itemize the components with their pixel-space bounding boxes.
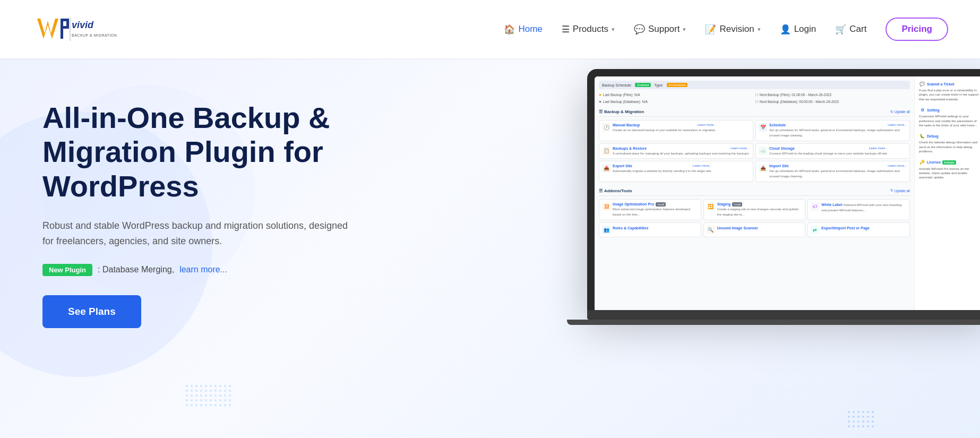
support-chevron-icon: ▾: [683, 26, 686, 33]
export-site-link[interactable]: Learn more...: [693, 164, 712, 168]
roles-icon: 👥: [602, 226, 611, 234]
sidebar-setting[interactable]: ⚙ Setting Customize WPvivid settings to …: [919, 107, 979, 127]
bug-icon: 🐛: [919, 133, 925, 139]
nav-revision[interactable]: 📝 Revision ▾: [705, 24, 760, 35]
backups-restore-card[interactable]: 📋 Backups & Restore Learn more... A cent…: [599, 143, 753, 159]
home-icon: 🏠: [504, 24, 515, 35]
files-dot-icon: ●: [599, 92, 601, 97]
list-icon: ☰: [599, 109, 603, 114]
addons-bottom-grid: 👥 Roles & Capabilities 🔍 Unused Image Sc…: [599, 222, 910, 237]
hero-section: All-in-One Backup & Migration Plugin for…: [0, 58, 980, 438]
laptop-base: [587, 310, 980, 320]
setting-title: ⚙ Setting: [919, 107, 979, 113]
logo[interactable]: vivid BACKUP & MIGRATION: [32, 13, 138, 45]
pricing-button[interactable]: Pricing: [886, 18, 948, 41]
backups-restore-link[interactable]: Learn more...: [730, 147, 750, 151]
nav-login[interactable]: 👤 Login: [780, 24, 816, 35]
license-desc: Activate WPvivid Pro license on the webs…: [919, 167, 979, 180]
sidebar-ticket[interactable]: 💬 Submit a Ticket If you find a php erro…: [919, 81, 979, 101]
products-icon: ☰: [562, 24, 570, 35]
export-import-card[interactable]: ⇄ Export/Import Post or Page: [807, 222, 910, 237]
nav-cart[interactable]: 🛒 Cart: [835, 24, 866, 35]
staging-content: Staging Install Create a staging site to…: [717, 202, 803, 217]
import-icon: 📥: [759, 164, 767, 173]
backups-restore-desc: A centralized place for managing all you…: [613, 152, 750, 155]
export-import-title: Export/Import Post or Page: [821, 226, 870, 230]
export-site-desc: Automatically migrate a website by direc…: [613, 169, 712, 173]
cloud-storage-content: Cloud Storage Learn more... Connect WPvi…: [769, 147, 888, 156]
main-nav: 🏠 Home ☰ Products ▾ 💬 Support ▾ 📝 Revisi…: [504, 18, 948, 41]
schedule-card[interactable]: 📅 Schedule Learn more... Set up schedule…: [755, 120, 910, 141]
unused-img-content: Unused Image Scanner: [717, 226, 758, 234]
hero-title: All-in-One Backup & Migration Plugin for…: [42, 101, 356, 203]
schedule-link[interactable]: Learn more...: [888, 123, 907, 127]
import-site-card[interactable]: 📥 Import Site Learn more... Set up sched…: [755, 161, 910, 182]
manual-backup-content: Manual Backup Learn more... Create an on…: [613, 123, 716, 138]
import-site-desc: Set up schedules for WPvivid tasks: gene…: [769, 169, 900, 178]
install-badge-2: Install: [732, 202, 742, 207]
dashboard: Backup Schedule: Enabled Type: Increment…: [595, 76, 980, 310]
sidebar-license[interactable]: 🔑 License Activate Activate WPvivid Pro …: [919, 159, 979, 180]
roles-card[interactable]: 👥 Roles & Capabilities: [599, 222, 701, 237]
export-icon: 📤: [602, 164, 611, 173]
debug-desc: Check the website debug information and …: [919, 140, 979, 153]
nav-home[interactable]: 🏠 Home: [504, 24, 542, 35]
key-icon: 🔑: [919, 159, 925, 166]
roles-title: Roles & Capabilities: [613, 226, 648, 230]
schedule-content: Schedule Learn more... Set up schedules …: [769, 123, 907, 138]
laptop-screen: Backup Schedule: Enabled Type: Increment…: [595, 76, 980, 310]
nav-products[interactable]: ☰ Products ▾: [562, 24, 615, 35]
addons-list-icon: ☰: [599, 188, 603, 193]
next-db-icon: □: [755, 99, 758, 104]
addons-grid: 🖼 Image Optimization Pro Install More ad…: [599, 199, 910, 220]
unused-image-card[interactable]: 🔍 Unused Image Scanner: [703, 222, 806, 237]
db-dot-icon: ●: [599, 99, 601, 104]
export-site-content: Export Site Learn more... Automatically …: [613, 164, 712, 179]
cloud-storage-link[interactable]: Learn more...: [869, 147, 888, 151]
products-chevron-icon: ▾: [612, 26, 615, 33]
export-import-icon: ⇄: [811, 226, 819, 234]
white-label-content: White Label Rebrand WPvivid with your ow…: [821, 202, 907, 217]
dashboard-main: Backup Schedule: Enabled Type: Increment…: [595, 76, 914, 310]
manual-backup-link[interactable]: Learn more...: [697, 123, 716, 127]
see-plans-button[interactable]: See Plans: [42, 295, 141, 328]
learn-more-link[interactable]: learn more...: [179, 265, 227, 274]
cloud-storage-desc: Connect WPvivid to the leading cloud sto…: [769, 152, 888, 155]
addons-refresh-icon: ↻: [890, 188, 893, 193]
staging-icon: 🔁: [707, 202, 715, 211]
schedule-title: Schedule: [769, 123, 786, 127]
backup-cards-grid: 🕐 Manual Backup Learn more... Create an …: [599, 120, 910, 182]
manual-backup-card[interactable]: 🕐 Manual Backup Learn more... Create an …: [599, 120, 753, 141]
ticket-desc: If you find a php error or a vulnerabili…: [919, 88, 979, 101]
svg-rect-4: [66, 19, 69, 29]
import-site-link[interactable]: Learn more...: [888, 164, 907, 168]
export-site-card[interactable]: 📤 Export Site Learn more... Automaticall…: [599, 161, 753, 182]
image-optimization-card[interactable]: 🖼 Image Optimization Pro Install More ad…: [599, 199, 701, 220]
svg-text:BACKUP & MIGRATION: BACKUP & MIGRATION: [72, 33, 117, 37]
backup-section-title: ☰ Backup & Migration: [599, 109, 644, 114]
backup-info-row: ● Last Backup (Files): N/A □ Next Backup…: [599, 92, 910, 104]
backup-update-link[interactable]: ↻ Update all: [890, 110, 910, 114]
addons-update-link[interactable]: ↻ Update all: [890, 188, 910, 193]
export-import-content: Export/Import Post or Page: [821, 226, 870, 234]
image-opt-content: Image Optimization Pro Install More adva…: [613, 202, 698, 217]
revision-icon: 📝: [705, 24, 716, 35]
laptop-mockup: Backup Schedule: Enabled Type: Increment…: [587, 69, 980, 325]
cloud-icon: ☁️: [759, 147, 767, 155]
next-backup-files: □ Next Backup (Files): 01:00:00 - March-…: [755, 92, 910, 97]
unused-img-title: Unused Image Scanner: [717, 226, 758, 230]
incremental-badge: Incremental: [667, 83, 687, 87]
dashboard-sidebar: 💬 Submit a Ticket If you find a php erro…: [914, 76, 980, 310]
nav-support[interactable]: 💬 Support ▾: [634, 24, 686, 35]
staging-card[interactable]: 🔁 Staging Install Create a staging site …: [703, 199, 806, 220]
export-site-title: Export Site: [613, 164, 632, 168]
gear-icon: ⚙: [919, 107, 925, 113]
revision-chevron-icon: ▾: [758, 26, 761, 33]
white-label-card[interactable]: 🏷 White Label Rebrand WPvivid with your …: [807, 199, 910, 220]
cloud-storage-card[interactable]: ☁️ Cloud Storage Learn more... Connect W…: [755, 143, 910, 159]
dots-decoration-left: [186, 385, 231, 406]
cart-icon: 🛒: [835, 24, 846, 35]
sidebar-debug[interactable]: 🐛 Debug Check the website debug informat…: [919, 133, 979, 153]
laptop-outer: Backup Schedule: Enabled Type: Increment…: [587, 69, 980, 310]
staging-title: Staging: [717, 202, 731, 206]
